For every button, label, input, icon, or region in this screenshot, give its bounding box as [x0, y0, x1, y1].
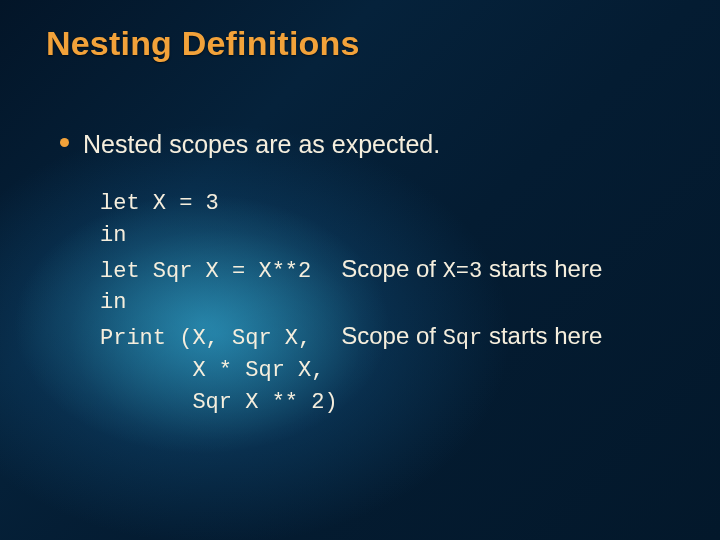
slide-title: Nesting Definitions — [46, 24, 360, 63]
code-text: let Sqr X = X**2 — [100, 256, 311, 288]
code-line: let X = 3 — [100, 188, 680, 220]
annotation-post: starts here — [482, 255, 602, 282]
annotation: Scope of X=3 starts here — [341, 252, 602, 288]
code-text: Sqr X ** 2) — [100, 387, 338, 419]
code-text: in — [100, 287, 126, 319]
code-line: Print (X, Sqr X, Scope of Sqr starts her… — [100, 319, 680, 355]
annotation-code: X=3 — [443, 259, 483, 284]
code-block: let X = 3 in let Sqr X = X**2 Scope of X… — [100, 188, 680, 419]
code-line: X * Sqr X, — [100, 355, 680, 387]
bullet-text: Nested scopes are as expected. — [83, 128, 440, 162]
annotation: Scope of Sqr starts here — [341, 319, 602, 355]
annotation-pre: Scope of — [341, 255, 442, 282]
code-line: Sqr X ** 2) — [100, 387, 680, 419]
annotation-post: starts here — [482, 322, 602, 349]
code-line: let Sqr X = X**2 Scope of X=3 starts her… — [100, 252, 680, 288]
annotation-pre: Scope of — [341, 322, 442, 349]
code-line: in — [100, 220, 680, 252]
annotation-code: Sqr — [443, 326, 483, 351]
slide-body: Nested scopes are as expected. let X = 3… — [60, 128, 680, 419]
code-text: Print (X, Sqr X, — [100, 323, 311, 355]
code-text: let X = 3 — [100, 188, 219, 220]
bullet-item: Nested scopes are as expected. — [60, 128, 680, 162]
code-text: in — [100, 220, 126, 252]
slide: Nesting Definitions Nested scopes are as… — [0, 0, 720, 540]
code-line: in — [100, 287, 680, 319]
code-text: X * Sqr X, — [100, 355, 324, 387]
bullet-dot-icon — [60, 138, 69, 147]
